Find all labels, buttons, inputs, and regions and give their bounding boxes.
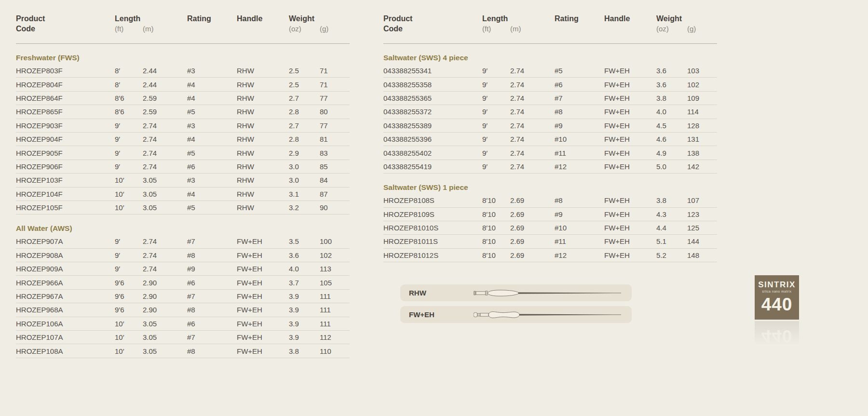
cell-oz: 4.9 — [656, 149, 687, 157]
cell-oz: 4.3 — [656, 210, 687, 218]
badge-brand: SINTRIX — [758, 281, 796, 289]
table-section: Saltwater (SWS) 4 piece0433882553419′2.7… — [383, 53, 717, 174]
cell-rating: #8 — [187, 306, 237, 314]
cell-rating: #7 — [187, 292, 237, 300]
header-weight-oz: Weight (oz) — [656, 13, 687, 34]
cell-oz: 5.0 — [656, 162, 687, 171]
cell-handle: FW+EH — [604, 107, 656, 116]
cell-code: HROZEP906F — [16, 162, 115, 171]
cell-handle: RHW — [237, 149, 289, 157]
table-row: HROZEP909A9′2.74#9FW+EH4.0113 — [16, 262, 350, 276]
header-product: Product — [383, 13, 482, 24]
table-row: HROZEP967A9′62.90#7FW+EH3.9111 — [16, 290, 350, 303]
cell-code: HROZEP106A — [16, 320, 115, 328]
header-unit-g: (g) — [320, 24, 350, 34]
table-body-right: Saltwater (SWS) 4 piece0433882553419′2.7… — [383, 53, 717, 262]
table-row: HROZEP804F8′2.44#4RHW2.571 — [16, 78, 350, 91]
cell-m: 2.74 — [510, 162, 555, 171]
header-length: Length — [482, 13, 510, 24]
cell-handle: RHW — [237, 162, 289, 171]
cell-ft: 10′ — [115, 333, 143, 341]
cell-rating: #7 — [187, 333, 237, 341]
cell-ft: 8′6 — [115, 107, 143, 116]
cell-handle: RHW — [237, 67, 289, 75]
cell-g: 103 — [687, 67, 717, 75]
cell-handle: FW+EH — [604, 94, 656, 102]
table-row: 0433882553899′2.74#9FW+EH4.5128 — [383, 119, 717, 133]
cell-code: HROZEP903F — [16, 121, 115, 130]
cell-oz: 3.1 — [289, 190, 320, 198]
cell-handle: FW+EH — [604, 210, 656, 218]
cell-oz: 2.9 — [289, 149, 320, 157]
legend-item-fweh: FW+EH — [400, 306, 632, 323]
table-row: HROZEP906F9′2.74#6RHW3.085 — [16, 160, 350, 174]
header-weight: Weight — [289, 13, 320, 24]
cell-ft: 9′ — [482, 162, 510, 171]
table-row: HROZEP81011S8′102.69#11FW+EH5.1144 — [383, 235, 717, 248]
cell-oz: 3.8 — [656, 94, 687, 102]
cell-rating: #5 — [187, 149, 237, 157]
cell-rating: #9 — [555, 210, 604, 218]
cell-oz: 5.1 — [656, 237, 687, 245]
cell-rating: #12 — [555, 162, 604, 171]
table-row: 0433882554029′2.74#11FW+EH4.9138 — [383, 146, 717, 160]
header-spacer — [687, 13, 717, 24]
cell-g: 100 — [320, 237, 350, 245]
cell-rating: #7 — [187, 237, 237, 245]
cell-ft: 9′ — [115, 121, 143, 130]
cell-ft: 10′ — [115, 347, 143, 355]
spec-table-left: Product Code Length (ft) (m) Rating Hand… — [16, 13, 350, 358]
cell-oz: 4.0 — [289, 265, 320, 273]
cell-g: 80 — [320, 107, 350, 116]
cell-code: 043388255358 — [383, 81, 482, 89]
cell-m: 3.05 — [143, 347, 187, 355]
table-row: HROZEP81012S8′102.69#12FW+EH5.2148 — [383, 249, 717, 262]
cell-m: 2.74 — [510, 135, 555, 143]
rhw-rod-icon — [474, 287, 623, 299]
cell-code: HROZEP108A — [16, 347, 115, 355]
section-title: Saltwater (SWS) 4 piece — [383, 53, 717, 64]
cell-oz: 3.5 — [289, 237, 320, 245]
cell-ft: 9′ — [115, 237, 143, 245]
cell-ft: 9′ — [115, 251, 143, 259]
cell-rating: #5 — [187, 203, 237, 212]
cell-g: 128 — [687, 121, 717, 130]
cell-code: HROZEP104F — [16, 190, 115, 198]
header-length-m: (m) — [143, 13, 187, 34]
cell-m: 2.44 — [143, 81, 187, 89]
badge-number: 440 — [761, 327, 793, 345]
cell-m: 2.44 — [143, 67, 187, 75]
cell-code: HROZEP81011S — [383, 237, 482, 245]
cell-rating: #3 — [187, 176, 237, 184]
cell-handle: FW+EH — [237, 320, 289, 328]
cell-oz: 3.0 — [289, 162, 320, 171]
cell-ft: 9′ — [482, 67, 510, 75]
cell-rating: #8 — [187, 347, 237, 355]
cell-g: 85 — [320, 162, 350, 171]
cell-oz: 3.8 — [656, 196, 687, 204]
cell-rating: #8 — [555, 196, 604, 204]
cell-handle: RHW — [237, 81, 289, 89]
cell-code: HROZEP909A — [16, 265, 115, 273]
cell-oz: 3.6 — [289, 251, 320, 259]
badge-brand: SINTRIX — [758, 351, 796, 360]
cell-g: 131 — [687, 135, 717, 143]
cell-oz: 4.4 — [656, 224, 687, 232]
spec-column-right: Product Code Length (ft) (m) Rating Hand… — [383, 13, 852, 365]
cell-code: 043388255372 — [383, 107, 482, 116]
cell-code: HROZEP904F — [16, 135, 115, 143]
cell-ft: 10′ — [115, 320, 143, 328]
table-body-left: Freshwater (FWS)HROZEP803F8′2.44#3RHW2.5… — [16, 53, 350, 358]
cell-m: 2.74 — [143, 265, 187, 273]
cell-code: HROZEP103F — [16, 176, 115, 184]
table-row: HROZEP968A9′62.90#8FW+EH3.9111 — [16, 303, 350, 317]
table-row: HROZEP803F8′2.44#3RHW2.571 — [16, 64, 350, 78]
cell-g: 123 — [687, 210, 717, 218]
cell-ft: 9′ — [482, 121, 510, 130]
cell-m: 2.74 — [510, 121, 555, 130]
header-rating: Rating — [555, 13, 604, 34]
cell-m: 2.59 — [143, 107, 187, 116]
table-row: HROZEP908A9′2.74#8FW+EH3.6102 — [16, 249, 350, 262]
cell-handle: RHW — [237, 94, 289, 102]
cell-g: 77 — [320, 94, 350, 102]
